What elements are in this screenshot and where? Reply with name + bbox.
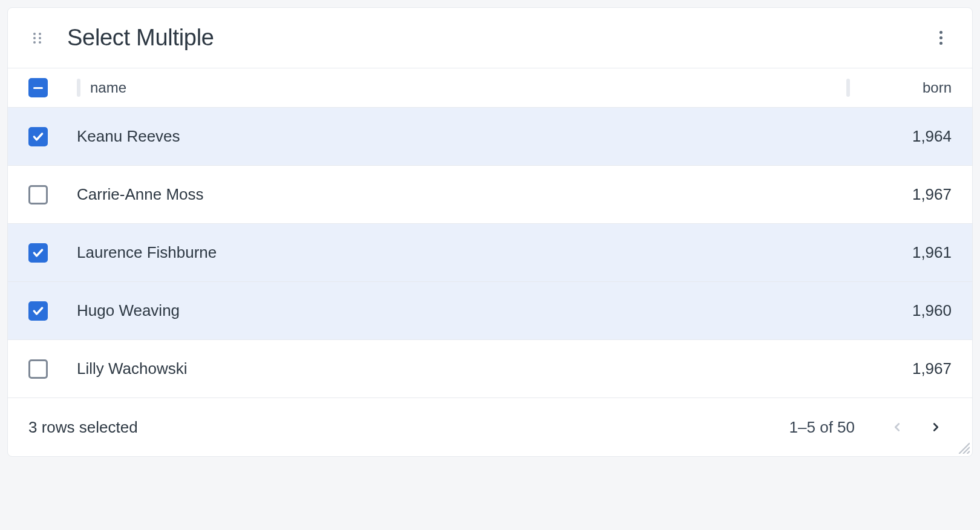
cell-born: 1,961 [855, 243, 952, 262]
previous-page-button[interactable] [884, 414, 910, 440]
cell-name: Lilly Wachowski [72, 359, 855, 378]
kebab-dot [939, 36, 942, 39]
table-row[interactable]: Laurence Fishburne1,961 [8, 224, 972, 282]
table-row[interactable]: Hugo Weaving1,960 [8, 282, 972, 340]
row-checkbox[interactable] [28, 301, 48, 321]
row-checkbox[interactable] [28, 243, 48, 263]
drag-handle-icon[interactable] [31, 32, 43, 44]
chevron-left-icon [890, 420, 904, 434]
minus-icon [33, 87, 43, 89]
cell-born: 1,960 [855, 301, 952, 320]
check-icon [32, 305, 44, 317]
table-row[interactable]: Carrie-Anne Moss1,967 [8, 166, 972, 224]
selection-status: 3 rows selected [28, 418, 789, 437]
table-header: name born [8, 68, 972, 108]
cell-born: 1,967 [855, 359, 952, 378]
kebab-dot [939, 42, 942, 45]
column-resizer[interactable] [846, 79, 850, 97]
resize-handle-icon[interactable] [956, 440, 970, 454]
table-row[interactable]: Keanu Reeves1,964 [8, 108, 972, 166]
more-options-button[interactable] [930, 27, 952, 49]
cell-name: Carrie-Anne Moss [72, 185, 855, 204]
column-header-born[interactable]: born [855, 79, 952, 96]
page-title: Select Multiple [67, 25, 930, 51]
cell-born: 1,964 [855, 127, 952, 146]
check-icon [32, 131, 44, 143]
table-footer: 3 rows selected 1–5 of 50 [8, 398, 972, 456]
card: Select Multiple name born Keanu Reeves1,… [7, 7, 973, 457]
check-icon [32, 247, 44, 259]
chevron-right-icon [929, 420, 942, 434]
cell-name: Hugo Weaving [72, 301, 855, 320]
table-row[interactable]: Lilly Wachowski1,967 [8, 340, 972, 398]
cell-name: Keanu Reeves [72, 127, 855, 146]
row-checkbox[interactable] [28, 185, 48, 204]
table-body: Keanu Reeves1,964Carrie-Anne Moss1,967La… [8, 108, 972, 398]
row-checkbox[interactable] [28, 127, 48, 146]
select-all-checkbox[interactable] [28, 78, 48, 97]
kebab-dot [939, 31, 942, 34]
card-header: Select Multiple [8, 8, 972, 68]
next-page-button[interactable] [923, 414, 949, 440]
cell-born: 1,967 [855, 185, 952, 204]
column-resizer[interactable] [77, 79, 80, 97]
column-header-name[interactable]: name [85, 79, 841, 96]
row-checkbox[interactable] [28, 359, 48, 379]
pagination-range: 1–5 of 50 [789, 418, 855, 437]
cell-name: Laurence Fishburne [72, 243, 855, 262]
